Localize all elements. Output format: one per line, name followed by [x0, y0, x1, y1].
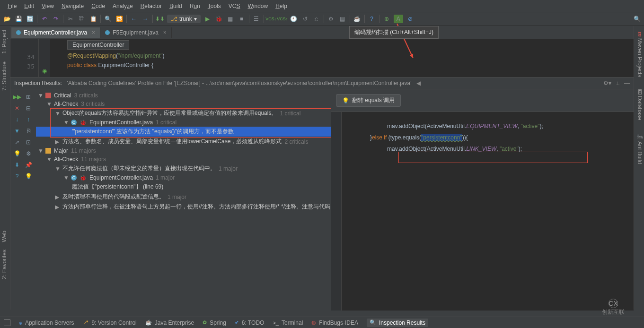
- menu-analyze[interactable]: Analyze: [109, 1, 137, 11]
- gear-icon[interactable]: ⚙▾: [603, 80, 611, 86]
- sidebar-project[interactable]: 1: Project: [0, 26, 9, 58]
- help-icon[interactable]: ?: [12, 172, 22, 181]
- tree-critical[interactable]: ▼Critical3 criticals: [36, 91, 331, 100]
- status-todo[interactable]: ✔6: TODO: [235, 319, 265, 326]
- tree-file-1[interactable]: ▼C🐞EquipmentController.java1 critical: [36, 118, 331, 127]
- forward-icon[interactable]: →: [141, 15, 150, 23]
- vcs-commit-icon[interactable]: VCS↑: [278, 15, 287, 23]
- sidebar-database[interactable]: 🗄 Database: [634, 87, 644, 122]
- open-icon[interactable]: 📂: [3, 15, 11, 23]
- rerun-icon[interactable]: ▶▶: [12, 92, 22, 102]
- hide-icon[interactable]: ⟂: [616, 80, 619, 86]
- tab-f5equipment[interactable]: F5Equipment.java ×: [100, 27, 172, 38]
- settings-icon[interactable]: ⚙: [327, 15, 335, 23]
- history-icon[interactable]: 🕘: [290, 15, 298, 23]
- menu-edit[interactable]: Edit: [20, 1, 38, 11]
- find-icon[interactable]: 🔍: [104, 15, 112, 23]
- paste-icon[interactable]: 📋: [89, 15, 97, 23]
- tree-file-2[interactable]: ▼C🐞EquipmentController.java1 major: [36, 173, 331, 182]
- status-vcs[interactable]: ⎇9: Version Control: [82, 319, 136, 326]
- preview-code[interactable]: mav.addObject(ActiveMenuUtil.EQUIPMENT_V…: [331, 112, 634, 311]
- next-icon[interactable]: ↓: [12, 115, 22, 124]
- menu-view[interactable]: View: [38, 1, 58, 11]
- close-icon[interactable]: ✕: [12, 104, 22, 113]
- breadcrumb[interactable]: EquipmentController: [67, 40, 129, 50]
- highlight-icon[interactable]: 💡: [24, 172, 33, 181]
- bulb-icon[interactable]: 💡: [12, 149, 22, 158]
- show-diff-icon[interactable]: ⎌: [312, 15, 321, 23]
- branch-select[interactable]: ⎇trunk ▾: [167, 15, 201, 23]
- stop-icon[interactable]: ■: [238, 15, 246, 23]
- sidebar-maven[interactable]: m Maven Projects: [634, 30, 644, 79]
- menu-window[interactable]: Window: [244, 1, 272, 11]
- close-icon[interactable]: ×: [92, 29, 95, 36]
- save-icon[interactable]: 💾: [14, 15, 23, 23]
- status-spring[interactable]: ✿Spring: [203, 319, 226, 326]
- back-icon[interactable]: ←: [130, 15, 138, 23]
- menu-vcs[interactable]: VCS: [225, 1, 244, 11]
- run-icon[interactable]: ▶: [203, 15, 212, 23]
- sidebar-web[interactable]: Web: [0, 227, 9, 246]
- tree-selected-issue[interactable]: '"persistentconn"' 应该作为方法 "equals()"的调用方…: [36, 127, 331, 137]
- stack-icon[interactable]: ☰: [252, 15, 261, 23]
- vcs-update-icon[interactable]: VCS↓: [267, 15, 275, 23]
- menu-tools[interactable]: Tools: [204, 1, 225, 11]
- sidebar-favorites[interactable]: 2: Favorites: [0, 246, 9, 283]
- flip-equals-button[interactable]: 💡翻转 equals 调用: [336, 94, 401, 107]
- make-icon[interactable]: ⬇⬇: [156, 15, 164, 23]
- down-icon[interactable]: ⬇: [12, 160, 22, 170]
- menu-build[interactable]: Build: [166, 1, 186, 11]
- cut-icon[interactable]: ✂: [66, 15, 75, 23]
- menu-navigate[interactable]: Navigate: [58, 1, 88, 11]
- status-terminal[interactable]: >_Terminal: [273, 319, 303, 326]
- search-everywhere-icon[interactable]: 🔍: [633, 15, 641, 23]
- expand-icon[interactable]: ⊞: [24, 92, 33, 102]
- coverage-icon[interactable]: ▦: [226, 15, 235, 23]
- redo-icon[interactable]: ↷: [52, 15, 60, 23]
- menu-code[interactable]: Code: [88, 1, 109, 11]
- tool-window-icon[interactable]: [4, 319, 10, 326]
- status-java-ee[interactable]: ☕Java Enterprise: [145, 319, 194, 326]
- menu-file[interactable]: File: [4, 1, 20, 11]
- copy-icon[interactable]: ⿻: [78, 15, 86, 23]
- sync-icon[interactable]: 🔄: [26, 15, 34, 23]
- tree-major[interactable]: ▼Major11 majors: [36, 147, 331, 155]
- sdk-icon[interactable]: ☕: [353, 15, 362, 23]
- collapse-icon[interactable]: ⊟: [24, 104, 33, 113]
- nav-prev-icon[interactable]: ◀: [416, 80, 421, 86]
- autoscroll-icon[interactable]: ⎘: [24, 126, 33, 136]
- close-panel-icon[interactable]: —: [624, 80, 630, 86]
- export-icon[interactable]: ↗: [12, 138, 22, 147]
- tree-rule-comment[interactable]: ▶方法内部单行注释，在被注释语句上方另起一行，使用//注释。方法内部多行注释使用…: [36, 202, 331, 212]
- help-icon[interactable]: ?: [368, 15, 376, 23]
- scan-icon[interactable]: A: [394, 15, 403, 23]
- settings-icon[interactable]: ⚙: [24, 149, 33, 158]
- block-icon[interactable]: ⊘: [406, 15, 415, 23]
- tab-equipment-controller[interactable]: EquipmentController.java ×: [11, 27, 100, 38]
- p3c-icon[interactable]: ⊕: [382, 15, 391, 23]
- status-app-servers[interactable]: ⎈Application Servers: [19, 319, 74, 326]
- code-body[interactable]: EquipmentController @RequestMapping("/np…: [50, 39, 634, 77]
- menu-run[interactable]: Run: [186, 1, 204, 11]
- sidebar-structure[interactable]: 7: Structure: [0, 58, 9, 95]
- status-findbugs[interactable]: ◍FindBugs-IDEA: [311, 319, 358, 326]
- pin-icon[interactable]: 📌: [24, 160, 33, 170]
- tree-alicheck[interactable]: ▼Ali-Check3 criticals: [36, 100, 331, 108]
- inspection-tree[interactable]: ▼Critical3 criticals ▼Ali-Check3 critica…: [36, 89, 331, 311]
- tree-alicheck-2[interactable]: ▼Ali-Check11 majors: [36, 155, 331, 164]
- code-editor[interactable]: 34 35 ◉ EquipmentController @RequestMapp…: [10, 39, 634, 77]
- project-struct-icon[interactable]: ▤: [338, 15, 347, 23]
- tree-rule-cleanup[interactable]: ▶及时清理不再使用的代码段或配置信息。1 major: [36, 192, 331, 202]
- tree-rule-equals[interactable]: ▼Object的equals方法容易抛空指针异常，应使用常量或确定有值的对象来调…: [36, 108, 331, 118]
- debug-icon[interactable]: 🐞: [215, 15, 223, 23]
- menu-help[interactable]: Help: [272, 1, 291, 11]
- close-icon[interactable]: ×: [163, 29, 167, 36]
- prev-icon[interactable]: ↑: [24, 115, 33, 124]
- revert-icon[interactable]: ↺: [301, 15, 309, 23]
- filter-icon[interactable]: ▼: [12, 126, 22, 136]
- undo-icon[interactable]: ↶: [40, 15, 49, 23]
- replace-icon[interactable]: 🔁: [115, 15, 124, 23]
- status-inspection[interactable]: 🔍Inspection Results: [367, 319, 428, 327]
- tree-rule-magic[interactable]: ▼不允许任何魔法值（即未经定义的常量）直接出现在代码中。1 major: [36, 164, 331, 173]
- tree-rule-camel[interactable]: ▶方法名、参数名、成员变量、局部变量都统一使用lowerCamelCase，必须…: [36, 137, 331, 147]
